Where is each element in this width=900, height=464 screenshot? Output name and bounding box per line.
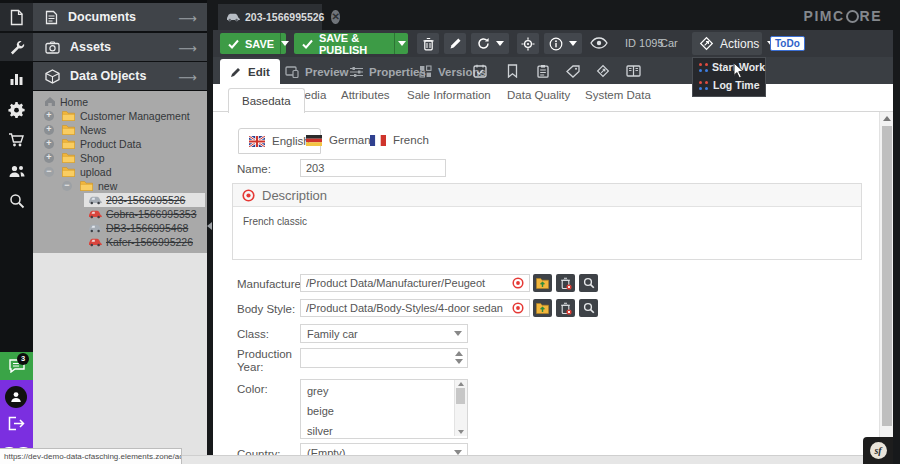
manufacturer-clear-button[interactable] xyxy=(556,274,575,292)
workflow-actions-button[interactable]: Actions xyxy=(692,32,762,55)
ecommerce-cart-icon[interactable] xyxy=(0,126,33,154)
tab-system-data[interactable]: System Data xyxy=(585,89,651,101)
expand-plus-icon[interactable]: + xyxy=(44,153,54,163)
expand-plus-icon[interactable]: + xyxy=(44,125,54,135)
tab-basedata[interactable]: Basedata xyxy=(228,88,305,113)
body-style-input[interactable] xyxy=(300,299,530,317)
logout-button[interactable] xyxy=(8,416,25,431)
tags-button[interactable] xyxy=(561,61,585,81)
collapse-left-arrow-icon[interactable] xyxy=(207,222,212,230)
save-button[interactable]: SAVE xyxy=(220,33,286,54)
manufacturer-label: Manufacturer: xyxy=(237,278,308,290)
menu-item-start-work[interactable]: Start Work xyxy=(693,58,765,76)
trash-remove-icon xyxy=(560,302,572,315)
folder-upload-icon xyxy=(536,278,549,289)
locate-in-tree-button[interactable] xyxy=(517,33,539,54)
save-and-publish-button[interactable]: SAVE & PUBLISH xyxy=(294,33,408,54)
sf-logo-icon: sf xyxy=(870,442,887,459)
menu-item-log-time[interactable]: Log Time xyxy=(693,76,765,94)
body-style-search-button[interactable] xyxy=(579,299,598,317)
target-icon xyxy=(521,37,535,51)
tab-data-quality[interactable]: Data Quality xyxy=(507,89,570,101)
class-select[interactable]: Family car xyxy=(300,324,468,343)
open-preview-button[interactable] xyxy=(590,37,608,49)
production-year-spinner[interactable] xyxy=(300,348,468,368)
reports-bar-chart-icon[interactable] xyxy=(0,64,33,92)
car-grey-icon xyxy=(226,12,240,22)
tree-item-new[interactable]: − new xyxy=(33,179,207,193)
accordion-documents[interactable]: Documents ⟶ xyxy=(33,3,207,31)
expand-plus-icon[interactable]: + xyxy=(44,111,54,121)
accordion-assets[interactable]: Assets ⟶ xyxy=(33,33,207,61)
tree-item-kafer[interactable]: Kafer-1566995226 xyxy=(33,235,207,249)
description-editor[interactable]: French classic xyxy=(243,216,307,227)
reload-dropdown-caret[interactable] xyxy=(496,41,504,46)
accordion-data-objects[interactable]: Data Objects ⟶ xyxy=(33,62,207,90)
language-tab-french[interactable]: French xyxy=(370,128,429,152)
tree-item-product-data[interactable]: + Product Data xyxy=(33,137,207,151)
tree-item-home[interactable]: Home xyxy=(33,95,207,109)
app-logger-button[interactable] xyxy=(621,61,645,81)
body-style-open-folder-button[interactable] xyxy=(533,299,552,317)
search-icon-cell[interactable] xyxy=(0,187,33,215)
notes-button[interactable] xyxy=(500,61,524,81)
delete-button[interactable] xyxy=(417,33,439,54)
camera-icon xyxy=(45,41,60,54)
body-style-clear-button[interactable] xyxy=(556,299,575,317)
tree-item-customer-management[interactable]: + Customer Management xyxy=(33,109,207,123)
scroll-down-icon[interactable] xyxy=(458,430,464,434)
tree-item-db3[interactable]: DB3-1566995468 xyxy=(33,221,207,235)
publish-dropdown-caret[interactable] xyxy=(394,33,408,54)
scroll-up-icon[interactable] xyxy=(458,382,464,386)
expand-plus-icon[interactable]: + xyxy=(44,139,54,149)
name-input[interactable] xyxy=(300,159,446,177)
open-object-tab[interactable]: 203-1566995526 ✕ xyxy=(218,4,322,30)
settings-gear-icon[interactable] xyxy=(0,95,33,123)
documents-file-icon[interactable] xyxy=(0,3,33,31)
scroll-up-icon[interactable] xyxy=(883,116,891,121)
color-option-grey[interactable]: grey xyxy=(307,385,328,397)
schedule-button[interactable] xyxy=(468,61,492,81)
color-multiselect[interactable]: grey beige silver xyxy=(300,379,468,439)
arrow-right-icon: ⟶ xyxy=(178,41,197,56)
close-tab-icon[interactable]: ✕ xyxy=(331,10,339,24)
language-tab-german[interactable]: German xyxy=(306,128,371,152)
tree-item-203-selected[interactable]: 203-1566995526 xyxy=(33,193,207,207)
workflow-button[interactable] xyxy=(591,61,615,81)
manufacturer-input[interactable] xyxy=(300,274,530,292)
sliders-icon xyxy=(350,66,363,78)
tree-item-shop[interactable]: + Shop xyxy=(33,151,207,165)
logo-o-ring xyxy=(846,10,859,23)
color-option-beige[interactable]: beige xyxy=(307,405,334,417)
tree-item-news[interactable]: + News xyxy=(33,123,207,137)
flag-uk-icon xyxy=(249,136,265,147)
manufacturer-open-folder-button[interactable] xyxy=(533,274,552,292)
info-dropdown-caret[interactable] xyxy=(569,41,577,46)
rename-button[interactable] xyxy=(444,33,466,54)
tab-edit[interactable]: Edit xyxy=(220,59,280,84)
manufacturer-search-button[interactable] xyxy=(579,274,598,292)
spinner-arrows[interactable] xyxy=(455,351,463,364)
save-dropdown-caret[interactable] xyxy=(280,33,289,54)
tab-attributes[interactable]: Attributes xyxy=(341,89,390,101)
scroll-thumb[interactable] xyxy=(882,126,892,426)
scroll-thumb[interactable] xyxy=(456,388,465,404)
debug-toolbar-toggle[interactable]: sf xyxy=(863,437,893,464)
customers-users-icon[interactable] xyxy=(0,157,33,185)
reload-button[interactable] xyxy=(471,33,509,54)
document-page-icon xyxy=(45,10,58,25)
tree-item-cobra[interactable]: Cobra-1566995353 xyxy=(33,207,207,221)
reports-button[interactable] xyxy=(531,61,555,81)
tab-sale-information[interactable]: Sale Information xyxy=(407,89,491,101)
user-avatar-button[interactable] xyxy=(5,386,27,408)
collapse-minus-icon[interactable]: − xyxy=(62,181,72,191)
collapse-minus-icon[interactable]: − xyxy=(44,167,54,177)
car-grey-icon xyxy=(88,195,102,205)
color-option-silver[interactable]: silver xyxy=(307,425,333,437)
tree-item-upload[interactable]: − upload xyxy=(33,165,207,179)
clipboard-icon xyxy=(537,64,549,78)
info-button[interactable] xyxy=(544,33,582,54)
tools-wrench-icon[interactable] xyxy=(0,33,33,61)
object-type-label: Car xyxy=(660,37,678,49)
color-list-scrollbar[interactable] xyxy=(454,380,467,436)
